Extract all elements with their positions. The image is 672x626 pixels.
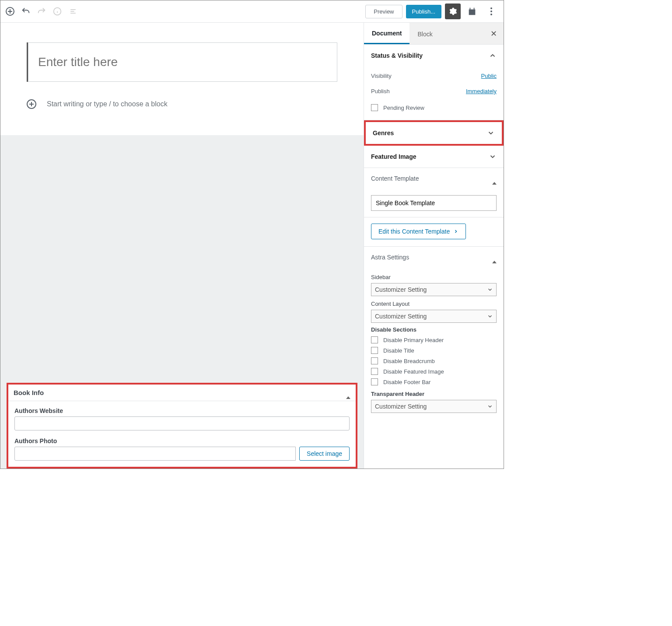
panel-featured-title: Featured Image: [371, 153, 416, 160]
edit-ct-label: Edit this Content Template: [378, 228, 450, 235]
disable-row[interactable]: Disable Primary Header: [371, 335, 497, 345]
collapse-icon: [346, 389, 350, 396]
toolbar-right: Preview Publish...: [365, 3, 502, 19]
editor-area: Start writing or type / to choose a bloc…: [0, 23, 364, 469]
redo-button[interactable]: [34, 3, 49, 19]
disable-option-label: Disable Featured Image: [383, 368, 444, 375]
panel-content-template: Content Template Edit this Content Templ…: [364, 168, 504, 247]
disable-option-label: Disable Breadcrumb: [383, 358, 435, 364]
block-inserter[interactable]: Start writing or type / to choose a bloc…: [27, 99, 337, 109]
title-wrap: [27, 42, 337, 82]
select-image-button[interactable]: Select image: [299, 447, 350, 461]
checkbox-icon: [371, 368, 378, 375]
chevron-up-icon: [489, 52, 497, 59]
panel-astra-settings: Astra Settings Sidebar Customizer Settin…: [364, 247, 504, 423]
undo-icon: [21, 7, 31, 16]
pending-review-label: Pending Review: [383, 105, 424, 111]
plus-circle-icon: [6, 7, 14, 16]
publish-value-link[interactable]: Immediately: [466, 88, 497, 94]
visibility-value-link[interactable]: Public: [481, 73, 497, 79]
top-toolbar: Preview Publish...: [0, 0, 504, 23]
disable-row[interactable]: Disable Featured Image: [371, 366, 497, 377]
panel-featured-header[interactable]: Featured Image: [364, 146, 504, 168]
edit-content-template-button[interactable]: Edit this Content Template: [371, 224, 466, 239]
panel-genres-header[interactable]: Genres: [366, 122, 502, 144]
redo-icon: [37, 7, 46, 16]
authors-website-label: Authors Website: [14, 407, 350, 414]
publish-row: Publish Immediately: [371, 84, 497, 99]
publish-label: Publish: [371, 88, 390, 94]
info-icon: [53, 7, 62, 16]
astra-content-layout-label: Content Layout: [371, 301, 497, 307]
panel-status-header[interactable]: Status & Visibility: [364, 45, 504, 66]
book-info-header[interactable]: Book Info: [8, 385, 356, 401]
chevron-down-icon: [489, 153, 497, 161]
collapse-icon: [492, 254, 497, 261]
plugin-icon: [467, 7, 477, 16]
astra-content-layout-select[interactable]: Customizer Setting: [371, 310, 497, 323]
panel-astra-body: Sidebar Customizer Setting Content Layou…: [364, 268, 504, 423]
astra-content-layout-select-row: Customizer Setting: [371, 310, 497, 323]
disable-row[interactable]: Disable Breadcrumb: [371, 356, 497, 366]
content-template-input[interactable]: [371, 195, 497, 211]
panel-featured-image: Featured Image: [364, 146, 504, 168]
checkbox-icon: [371, 104, 378, 111]
astra-sidebar-select-row: Customizer Setting: [371, 283, 497, 296]
panel-status-visibility: Status & Visibility Visibility Public Pu…: [364, 45, 504, 120]
disable-option-label: Disable Footer Bar: [383, 379, 430, 385]
astra-sidebar-label: Sidebar: [371, 274, 497, 280]
panel-astra-header[interactable]: Astra Settings: [364, 247, 504, 268]
panel-genres-title: Genres: [373, 129, 394, 136]
gear-icon: [448, 7, 457, 16]
post-title-input[interactable]: [28, 42, 337, 82]
add-block-button[interactable]: [2, 3, 18, 19]
visibility-row: Visibility Public: [371, 68, 497, 84]
sidebar: Document Block ✕ Status & Visibility Vis…: [364, 23, 504, 469]
undo-button[interactable]: [18, 3, 34, 19]
tab-block[interactable]: Block: [410, 24, 440, 44]
main-layout: Start writing or type / to choose a bloc…: [0, 23, 504, 469]
plugin-button[interactable]: [464, 3, 480, 19]
book-info-panel: Book Info Authors Website Authors Photo …: [7, 383, 357, 469]
panel-genres: Genres: [364, 120, 504, 146]
disable-row[interactable]: Disable Footer Bar: [371, 377, 497, 387]
authors-photo-row: Select image: [14, 447, 350, 461]
chevron-right-icon: [453, 229, 458, 234]
authors-website-input[interactable]: [14, 416, 350, 430]
publish-button[interactable]: Publish...: [406, 5, 441, 18]
astra-sidebar-select[interactable]: Customizer Setting: [371, 283, 497, 296]
transparent-header-select-row: Customizer Setting: [371, 400, 497, 413]
divider: [364, 217, 504, 217]
transparent-header-select[interactable]: Customizer Setting: [371, 400, 497, 413]
pending-review-row[interactable]: Pending Review: [371, 99, 497, 113]
checkbox-icon: [371, 347, 378, 354]
outline-icon: [69, 7, 77, 16]
sidebar-tabs: Document Block ✕: [364, 23, 504, 45]
panel-ct-header[interactable]: Content Template: [364, 168, 504, 189]
more-menu-button[interactable]: [483, 3, 499, 19]
chevron-down-icon: [487, 129, 495, 137]
disable-option-label: Disable Primary Header: [383, 337, 444, 343]
preview-button[interactable]: Preview: [365, 5, 402, 18]
plus-circle-icon: [27, 99, 36, 109]
editor-content: Start writing or type / to choose a bloc…: [0, 42, 364, 122]
sidebar-close-button[interactable]: ✕: [487, 27, 500, 40]
settings-button[interactable]: [445, 3, 461, 19]
block-nav-button[interactable]: [65, 3, 81, 19]
toolbar-left: [2, 3, 81, 19]
disable-sections-label: Disable Sections: [371, 326, 497, 333]
disable-option-label: Disable Title: [383, 347, 414, 354]
book-info-body: Authors Website Authors Photo Select ima…: [8, 401, 356, 467]
content-info-button[interactable]: [49, 3, 65, 19]
checkbox-icon: [371, 336, 378, 343]
disable-row[interactable]: Disable Title: [371, 345, 497, 356]
panel-status-body: Visibility Public Publish Immediately Pe…: [364, 66, 504, 120]
panel-astra-title: Astra Settings: [371, 254, 409, 261]
tab-document[interactable]: Document: [364, 23, 410, 44]
panel-status-title: Status & Visibility: [371, 52, 423, 59]
block-placeholder-text: Start writing or type / to choose a bloc…: [47, 100, 168, 108]
checkbox-icon: [371, 378, 378, 385]
visibility-label: Visibility: [371, 73, 392, 79]
authors-photo-input[interactable]: [14, 447, 296, 461]
close-icon: ✕: [490, 29, 497, 38]
